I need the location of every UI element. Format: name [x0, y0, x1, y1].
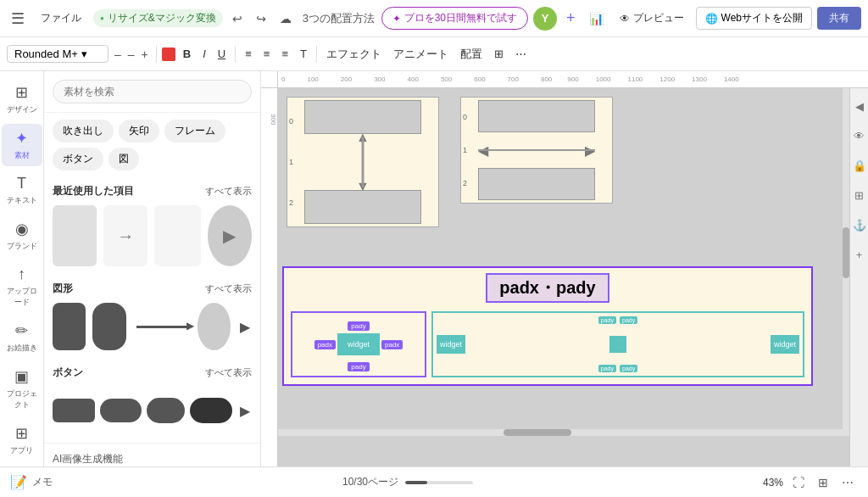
redo-button[interactable]: ↩ [252, 9, 270, 28]
text-style-button[interactable]: T [296, 45, 311, 63]
sidebar-item-design[interactable]: ⊞ デザイン [2, 78, 42, 120]
search-container [44, 71, 260, 113]
sidebar-item-text[interactable]: T テキスト [2, 170, 42, 211]
sidebar-label-app: アプリ [10, 445, 33, 456]
fullscreen-button[interactable]: ⛶ [788, 473, 809, 492]
sidebar-item-upload[interactable]: ↑ アップロード [2, 260, 42, 313]
button-style-dark[interactable] [190, 398, 232, 423]
scrollbar-vertical[interactable] [843, 88, 849, 436]
scrollbar-thumb-vertical[interactable] [843, 227, 849, 278]
cloud-save-button[interactable]: ☁ [275, 9, 296, 28]
more-options-button[interactable]: ⋯ [511, 45, 531, 63]
quick-btn-speech[interactable]: 吹き出し [53, 120, 114, 142]
avatar[interactable]: Y [533, 7, 557, 31]
publish-button[interactable]: 🌐 Webサイトを公開 [696, 7, 812, 30]
search-input[interactable] [53, 80, 252, 103]
grid-view-button[interactable]: ⊞ [814, 473, 832, 492]
align-center-button[interactable]: ≡ [259, 45, 275, 63]
recent-show-all[interactable]: すべて表示 [205, 185, 252, 198]
sidebar-item-app[interactable]: ⊞ アプリ [2, 419, 42, 461]
recent-item-1[interactable] [53, 205, 97, 266]
memo-icon: 📝 [10, 474, 27, 490]
upload-icon: ↑ [18, 265, 25, 283]
align-left-button[interactable]: ≡ [241, 45, 256, 63]
shape-square[interactable] [53, 303, 86, 350]
elements-panel: 吹き出し 矢印 フレーム ボタン 図 最近使用した項目 すべて表示 → ▶ 図形… [44, 71, 261, 466]
scrollbar-horizontal[interactable] [278, 429, 843, 436]
menu-button[interactable]: ☰ [7, 7, 29, 31]
buttons-show-all[interactable]: すべて表示 [205, 366, 252, 379]
font-size-decrease2[interactable]: – [125, 47, 137, 61]
recent-item-grid[interactable] [154, 205, 200, 266]
separator1 [156, 46, 157, 63]
undo-button[interactable]: ↩ [228, 9, 247, 28]
file-menu-button[interactable]: ファイル [34, 8, 88, 29]
quick-btn-frame[interactable]: フレーム [164, 120, 225, 142]
trial-button[interactable]: プロを30日間無料で試す [381, 7, 528, 30]
recent-section-header: 最近使用した項目 すべて表示 [44, 177, 260, 202]
globe-icon: 🌐 [705, 13, 718, 25]
underline-button[interactable]: U [214, 45, 230, 63]
shapes-more-button[interactable]: ▶ [237, 303, 252, 350]
italic-button[interactable]: I [198, 45, 210, 63]
font-size-increase[interactable]: + [139, 47, 151, 61]
buttons-more[interactable]: ▶ [237, 387, 252, 434]
text-color-picker[interactable] [162, 47, 175, 61]
ai-section: AI画像生成機能 + 独自のものを生成する 「花が咲く森の中のかわいいアニメ猫」… [44, 443, 260, 466]
bottombar: 📝 メモ 10/30ページ 43% ⛶ ⊞ ⋯ [0, 466, 868, 497]
add-button[interactable]: + [562, 7, 580, 30]
resize-magic-badge[interactable]: リサイズ&マジック変換 [93, 9, 223, 27]
sidebar-item-elements[interactable]: ✦ 素材 [2, 124, 42, 166]
left-sidebar: ⊞ デザイン ✦ 素材 T テキスト ◉ ブランド ↑ アップロード ✏ お絵描… [0, 71, 44, 466]
canvas-scroll-area[interactable]: 012 ▲▼ [278, 88, 843, 436]
more-bottom-button[interactable]: ⋯ [837, 473, 858, 492]
collapse-button[interactable]: ◀ [854, 95, 865, 118]
button-style-pill[interactable] [147, 398, 185, 423]
grid-options-button[interactable]: ⊞ [490, 45, 508, 63]
widget-box-left: widget [337, 333, 380, 355]
sidebar-item-project[interactable]: ▣ プロジェクト [2, 362, 42, 416]
right-tools: ◀ 👁 🔒 ⊞ ⚓ + [849, 88, 868, 466]
quick-buttons: 吹き出し 矢印 フレーム ボタン 図 [44, 113, 260, 177]
topbar-right: プロを30日間無料で試す Y + 📊 👁 プレビュー 🌐 Webサイトを公開 共… [381, 7, 861, 31]
preview-button[interactable]: 👁 プレビュー [613, 8, 691, 29]
topbar-center: 3つの配置方法 [301, 11, 376, 26]
share-button[interactable]: 共有 [817, 7, 861, 30]
layout-button[interactable]: 配置 [456, 44, 487, 64]
effects-button[interactable]: エフェクト [322, 44, 386, 64]
quick-btn-button[interactable]: ボタン [53, 148, 103, 170]
brand-icon: ◉ [15, 220, 29, 238]
app-icon: ⊞ [15, 424, 28, 443]
sidebar-item-brand[interactable]: ◉ ブランド [2, 215, 42, 257]
chart-button[interactable]: 📊 [585, 9, 608, 28]
font-name: Rounded M+ [14, 47, 78, 60]
lock-button[interactable]: 🔒 [851, 154, 868, 177]
buttons-preview-row: ▶ [44, 383, 260, 443]
font-size-decrease[interactable]: – [112, 47, 124, 61]
recent-title: 最近使用した項目 [53, 184, 134, 198]
animate-button[interactable]: アニメート [389, 44, 453, 64]
eye-toggle-button[interactable]: 👁 [852, 125, 866, 148]
scrollbar-thumb-horizontal[interactable] [504, 429, 571, 436]
plus-canvas-button[interactable]: + [854, 243, 865, 266]
anchor-button[interactable]: ⚓ [851, 214, 868, 237]
memo-label[interactable]: メモ [32, 475, 53, 489]
recent-item-circle[interactable]: ▶ [208, 205, 252, 266]
quick-btn-arrow[interactable]: 矢印 [119, 120, 159, 142]
quick-btn-figure[interactable]: 図 [108, 148, 139, 170]
bold-button[interactable]: B [179, 45, 195, 63]
button-style-rect[interactable] [53, 399, 95, 422]
button-style-rounded[interactable] [100, 399, 142, 422]
sidebar-item-draw[interactable]: ✏ お絵描き [2, 316, 42, 359]
align-right-button[interactable]: ≡ [277, 45, 292, 63]
recent-item-arrow[interactable]: → [103, 205, 147, 266]
sidebar-label-text: テキスト [7, 195, 37, 206]
sidebar-label-elements: 素材 [14, 150, 30, 161]
font-selector[interactable]: Rounded M+ ▾ [7, 45, 108, 63]
shape-circle[interactable] [198, 303, 231, 350]
shape-rounded[interactable] [92, 303, 125, 350]
shapes-show-all[interactable]: すべて表示 [205, 282, 252, 295]
shape-line-arrow[interactable] [136, 326, 187, 328]
grid-button[interactable]: ⊞ [853, 184, 865, 207]
bottombar-right: 43% ⛶ ⊞ ⋯ [763, 473, 858, 492]
